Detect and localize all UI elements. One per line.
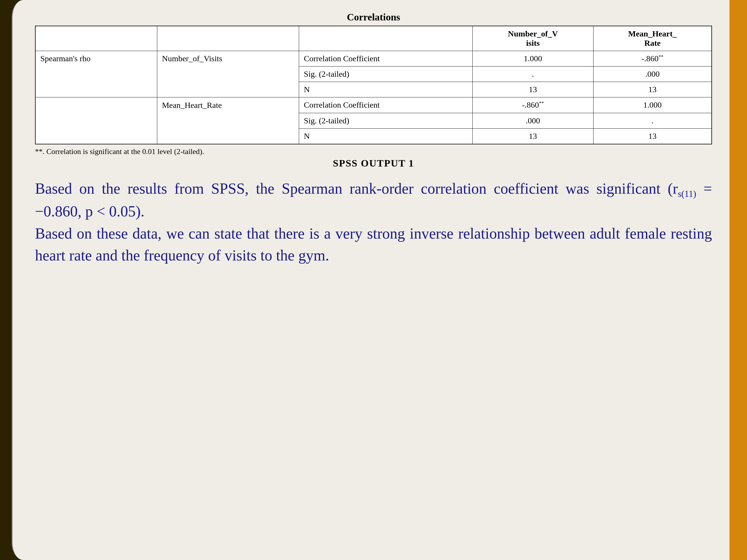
cell-spearman: Spearman's rho [35, 51, 157, 66]
cell-n-1: N [299, 82, 472, 98]
paragraph-2: Based on these data, we can state that t… [35, 222, 712, 267]
col-header-empty1 [35, 26, 157, 51]
cell-sig-2tailed-2: Sig. (2-tailed) [299, 113, 472, 128]
col-header-empty3 [299, 26, 472, 51]
cell-val-1-4: 1.000 [472, 51, 593, 66]
body-text: Based on the results from SPSS, the Spea… [35, 178, 712, 267]
col-header-mean-heart-rate: Mean_Heart_Rate [593, 26, 712, 51]
cell-val-3-5: 13 [593, 82, 712, 98]
table-row: Sig. (2-tailed) .000 . [35, 113, 712, 128]
cell-empty-6-1 [35, 128, 157, 144]
cell-corr-coef-1: Correlation Coefficient [299, 51, 472, 66]
col-header-number-of-visits: Number_of_Visits [472, 26, 593, 51]
correlations-table: Number_of_Visits Mean_Heart_Rate Spearma… [35, 26, 712, 144]
cell-val-4-4: -.860** [472, 98, 593, 113]
cell-val-5-4: .000 [472, 113, 593, 128]
cell-empty-4-1 [35, 98, 157, 113]
main-content: Correlations Number_of_Visits Mean_Heart… [23, 0, 729, 560]
table-row: Spearman's rho Number_of_Visits Correlat… [35, 51, 712, 66]
right-sidebar [729, 0, 747, 560]
cell-empty-6-2 [157, 128, 299, 144]
table-row: N 13 13 [35, 82, 712, 98]
cell-empty-5-1 [35, 113, 157, 128]
cell-val-6-4: 13 [472, 128, 593, 144]
cell-val-1-5: -.860** [593, 51, 712, 66]
col-header-empty2 [157, 26, 299, 51]
footnote: **. Correlation is significant at the 0.… [35, 147, 712, 156]
spss-output-label: SPSS OUTPUT 1 [35, 158, 712, 169]
subscript-s11: s(11) [678, 189, 696, 199]
cell-mean-heart-rate-label: Mean_Heart_Rate [157, 98, 299, 113]
cell-empty-3-1 [35, 82, 157, 98]
cell-val-3-4: 13 [472, 82, 593, 98]
cell-val-4-5: 1.000 [593, 98, 712, 113]
cell-val-2-5: .000 [593, 66, 712, 82]
table-title: Correlations [35, 12, 712, 23]
cell-corr-coef-2: Correlation Coefficient [299, 98, 472, 113]
correlations-section: Correlations Number_of_Visits Mean_Heart… [35, 12, 712, 169]
cell-n-2: N [299, 128, 472, 144]
table-header-row: Number_of_Visits Mean_Heart_Rate [35, 26, 712, 51]
cell-empty-2-1 [35, 66, 157, 82]
table-row: Mean_Heart_Rate Correlation Coefficient … [35, 98, 712, 113]
cell-sig-2tailed-1: Sig. (2-tailed) [299, 66, 472, 82]
cell-val-2-4: . [472, 66, 593, 82]
left-sidebar-wave [12, 0, 23, 560]
paragraph-1: Based on the results from SPSS, the Spea… [35, 178, 712, 222]
cell-number-of-visits-label: Number_of_Visits [157, 51, 299, 66]
table-row: Sig. (2-tailed) . .000 [35, 66, 712, 82]
cell-empty-5-2 [157, 113, 299, 128]
cell-val-6-5: 13 [593, 128, 712, 144]
left-sidebar [0, 0, 23, 560]
cell-empty-3-2 [157, 82, 299, 98]
cell-empty-2-2 [157, 66, 299, 82]
cell-val-5-5: . [593, 113, 712, 128]
table-row: N 13 13 [35, 128, 712, 144]
